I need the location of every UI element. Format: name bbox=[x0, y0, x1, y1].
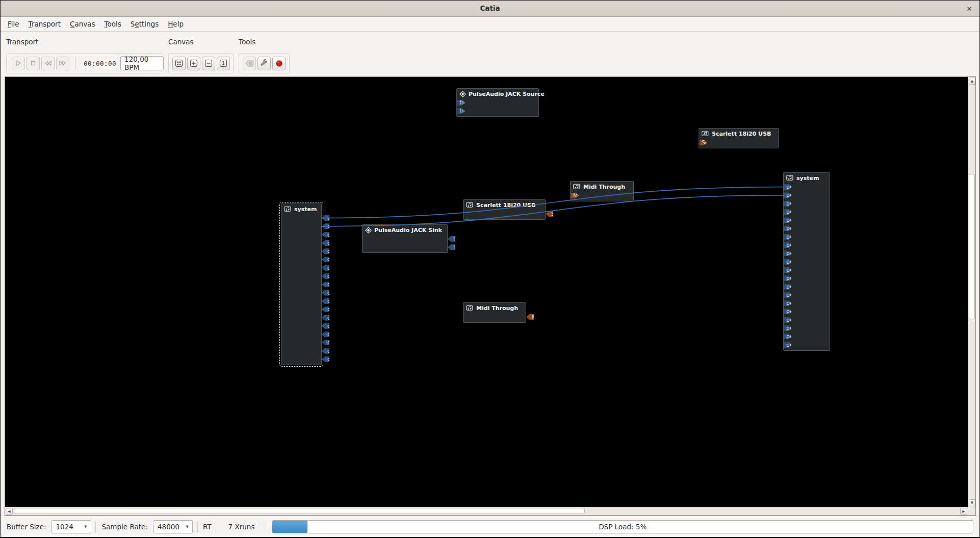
port-label: playback_13 bbox=[784, 284, 792, 290]
hardware-icon bbox=[573, 184, 581, 190]
sample-rate-select[interactable]: 48000 ▼ bbox=[153, 520, 193, 533]
scroll-left-icon[interactable]: ◀ bbox=[6, 508, 13, 515]
canvas-arrange-button[interactable] bbox=[172, 57, 186, 70]
zoom-out-icon bbox=[204, 59, 213, 67]
vertical-scrollbar[interactable]: ▲ ▼ bbox=[968, 77, 975, 507]
node-box-midi-through-out[interactable]: Midi ThroughMidi Through Port-0 bbox=[463, 302, 526, 323]
cable-system-capture:capture_2-to-system-playback:playback_2 bbox=[321, 195, 784, 226]
title-bar[interactable]: Catia ✕ bbox=[0, 0, 980, 17]
clear-xruns-icon bbox=[245, 60, 254, 67]
port-label: playback_1 bbox=[784, 184, 792, 190]
port-label: capture_5 bbox=[322, 248, 329, 254]
scroll-right-icon[interactable]: ▶ bbox=[960, 508, 967, 515]
port-label: capture_18 bbox=[322, 356, 329, 362]
node-header[interactable]: PulseAudio JACK Sink bbox=[363, 225, 447, 235]
configure-icon bbox=[260, 59, 268, 67]
patchbay-canvas[interactable]: PulseAudio JACK Sourcefront-leftfront-ri… bbox=[5, 77, 968, 507]
horizontal-scroll-thumb[interactable] bbox=[14, 508, 585, 514]
port-label: playback_20 bbox=[784, 342, 792, 348]
node-box-scarlett-midi-out[interactable]: Scarlett 18i20 USBScarlett 18i20 USB MID… bbox=[463, 199, 546, 220]
node-header[interactable]: Scarlett 18i20 USB bbox=[699, 129, 778, 139]
node-header[interactable]: system bbox=[784, 173, 830, 183]
horizontal-scrollbar[interactable]: ◀ ▶ bbox=[5, 507, 968, 515]
port-label: capture_10 bbox=[322, 290, 329, 296]
transport-play-button bbox=[12, 57, 25, 70]
toolbar-separator bbox=[75, 57, 75, 69]
menu-item-settings[interactable]: Settings bbox=[127, 18, 162, 30]
buffer-size-select[interactable]: 1024 ▼ bbox=[51, 520, 91, 533]
close-icon[interactable]: ✕ bbox=[965, 4, 974, 13]
port-label: capture_17 bbox=[322, 348, 329, 354]
port-label: playback_10 bbox=[784, 259, 792, 265]
tools-record-button[interactable] bbox=[272, 57, 286, 70]
node-header[interactable]: PulseAudio JACK Source bbox=[457, 89, 538, 99]
node-header[interactable]: Scarlett 18i20 USB bbox=[463, 200, 545, 210]
stop-icon bbox=[30, 60, 37, 67]
node-box-pa-source[interactable]: PulseAudio JACK Sourcefront-leftfront-ri… bbox=[456, 88, 539, 117]
node-box-midi-through-in[interactable]: Midi ThroughMidi Through Port-0 bbox=[570, 181, 634, 201]
port-label: capture_2 bbox=[322, 223, 329, 229]
sample-rate-value: 48000 bbox=[158, 523, 179, 531]
menu-item-file[interactable]: File bbox=[4, 18, 23, 30]
port-label: capture_9 bbox=[322, 281, 329, 287]
node-box-scarlett-midi-in[interactable]: Scarlett 18i20 USBScarlett 18i20 USB MID… bbox=[699, 128, 779, 148]
xruns-label[interactable]: 7 Xruns bbox=[228, 523, 255, 531]
port-label: capture_1 bbox=[322, 215, 329, 221]
status-separator bbox=[266, 521, 266, 532]
port-label: playback_14 bbox=[784, 292, 792, 298]
node-title: system bbox=[294, 206, 317, 213]
node-box-system-playback[interactable]: systemplayback_1playback_2playback_3play… bbox=[783, 172, 830, 351]
scroll-down-icon[interactable]: ▼ bbox=[969, 499, 975, 506]
port-label: capture_16 bbox=[322, 340, 329, 345]
node-header[interactable]: Midi Through bbox=[463, 303, 526, 313]
node-header[interactable]: system bbox=[281, 204, 321, 214]
port-label: playback_11 bbox=[784, 267, 792, 273]
transport-backward-button bbox=[41, 57, 55, 70]
transport-time: 00:00:00 bbox=[84, 60, 116, 67]
transport-forward-button bbox=[56, 57, 69, 70]
svg-text:1: 1 bbox=[222, 61, 225, 66]
port-label: playback_17 bbox=[784, 317, 792, 323]
node-title: Scarlett 18i20 USB bbox=[476, 202, 535, 209]
port-label: capture_13 bbox=[322, 315, 329, 321]
port-label: Midi Through Port-0 bbox=[571, 193, 579, 198]
menu-item-transport[interactable]: Transport bbox=[25, 18, 64, 30]
canvas-zoom-out-button[interactable] bbox=[202, 57, 215, 70]
menu-item-help[interactable]: Help bbox=[164, 18, 187, 30]
port-label: playback_5 bbox=[784, 217, 792, 223]
transport-frame: 00:00:00 120,00 BPM bbox=[6, 53, 164, 73]
hardware-icon bbox=[284, 206, 292, 212]
canvas-zoom-in-button[interactable] bbox=[187, 57, 200, 70]
port-label: playback_4 bbox=[784, 209, 792, 215]
menu-item-tools[interactable]: Tools bbox=[101, 18, 125, 30]
backward-icon bbox=[44, 60, 52, 66]
bpm-spinbox[interactable]: 120,00 BPM bbox=[120, 56, 164, 70]
port-label: playback_6 bbox=[784, 225, 792, 231]
scroll-up-icon[interactable]: ▲ bbox=[969, 78, 975, 85]
port-label: playback_8 bbox=[784, 242, 792, 248]
port-label: playback_12 bbox=[784, 275, 792, 281]
tools-configure-button[interactable] bbox=[257, 57, 271, 70]
hardware-icon bbox=[786, 175, 794, 181]
zoom-in-icon bbox=[190, 59, 198, 67]
node-title: Midi Through bbox=[583, 184, 625, 190]
sample-rate-label: Sample Rate: bbox=[102, 523, 148, 531]
port-label: capture_8 bbox=[322, 273, 329, 279]
scrollbar-corner bbox=[968, 507, 975, 515]
play-icon bbox=[15, 60, 22, 67]
node-box-system-capture[interactable]: systemcapture_1capture_2capture_3capture… bbox=[281, 203, 322, 365]
node-box-pa-sink[interactable]: PulseAudio JACK Sinkfront-leftfront-righ… bbox=[362, 224, 448, 253]
port-label: front-left bbox=[457, 100, 465, 106]
hardware-icon bbox=[702, 131, 709, 137]
menu-item-canvas[interactable]: Canvas bbox=[66, 18, 99, 30]
transport-stop-button bbox=[27, 57, 40, 70]
port-label: Scarlett 18i20 USB MIDI 1 bbox=[546, 211, 553, 217]
node-title: system bbox=[796, 175, 819, 182]
node-header[interactable]: Midi Through bbox=[571, 182, 633, 192]
vertical-scroll-thumb[interactable] bbox=[969, 174, 975, 319]
port-label: playback_3 bbox=[784, 201, 792, 207]
buffer-size-value: 1024 bbox=[56, 523, 73, 531]
port-label: front-left bbox=[448, 236, 455, 242]
buffer-size-label: Buffer Size: bbox=[7, 523, 46, 531]
canvas-zoom-100-button[interactable]: 1 bbox=[217, 57, 230, 70]
